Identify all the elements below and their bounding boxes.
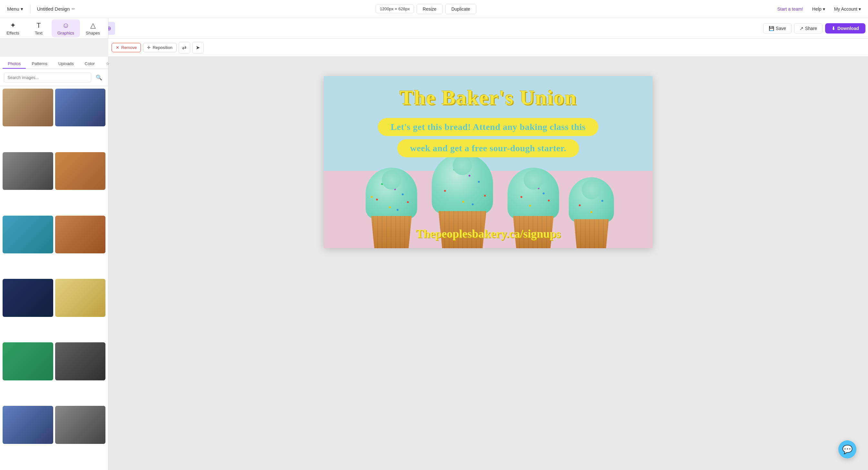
help-button[interactable]: Help ▾ bbox=[809, 4, 828, 13]
canvas-wrapper: The Baker's Union Let's get this bread! … bbox=[324, 76, 653, 248]
my-account-button[interactable]: My Account ▾ bbox=[831, 4, 864, 13]
dimensions-button[interactable]: 1200px × 628px bbox=[376, 4, 414, 13]
canvas-subtitle-box-1: Let's get this bread! Attend any baking … bbox=[378, 118, 599, 136]
tool-text[interactable]: T Text bbox=[26, 19, 52, 37]
share-icon: ↗ bbox=[800, 26, 804, 31]
design-title-button[interactable]: Untitled Design ✏ bbox=[34, 5, 78, 13]
chat-icon: 💬 bbox=[842, 444, 852, 455]
star-icon: ☆ bbox=[106, 61, 110, 66]
tab-patterns[interactable]: Patterns bbox=[26, 59, 52, 69]
canvas-subtitle-wrapper: Let's get this bread! Attend any baking … bbox=[324, 118, 653, 157]
share-label: Share bbox=[805, 26, 817, 31]
shapes-label: Shapes bbox=[86, 31, 100, 35]
menu-button[interactable]: Menu ▾ bbox=[4, 4, 26, 14]
canvas-url: Thepeoplesbakery.ca/signups bbox=[324, 227, 653, 241]
menu-chevron-icon: ▾ bbox=[21, 6, 23, 12]
canvas-subtitle-box-2: week and get a free sour-dough starter. bbox=[397, 139, 579, 157]
download-label: Download bbox=[837, 26, 859, 31]
dimensions-text: 1200px × 628px bbox=[380, 6, 410, 11]
menu-label: Menu bbox=[7, 6, 19, 11]
tab-star[interactable]: ☆ bbox=[101, 59, 115, 69]
list-item[interactable] bbox=[55, 89, 106, 126]
resize-button[interactable]: Resize bbox=[416, 4, 443, 14]
design-title-text: Untitled Design bbox=[37, 6, 70, 11]
chat-fab[interactable]: 💬 bbox=[838, 440, 857, 459]
save-icon: 💾 bbox=[769, 26, 774, 31]
download-icon: ⬇ bbox=[832, 26, 835, 31]
sprinkles-1 bbox=[366, 168, 417, 219]
list-item[interactable] bbox=[3, 279, 53, 317]
arrow-button[interactable]: ➤ bbox=[192, 42, 204, 54]
list-item[interactable] bbox=[55, 279, 106, 317]
my-account-label: My Account bbox=[834, 6, 857, 11]
list-item[interactable] bbox=[3, 89, 53, 126]
sidebar-tabs: Photos Patterns Uploads Color ☆ bbox=[0, 57, 108, 69]
remove-x-icon: ✕ bbox=[116, 45, 119, 50]
download-button[interactable]: ⬇ Download bbox=[825, 23, 865, 34]
search-icon: 🔍 bbox=[96, 74, 102, 81]
list-item[interactable] bbox=[3, 342, 53, 380]
tool-bar: ↩ ↪ ⧉ ⊟ ⊞ 🗑 ⊞ ⊕ 💾 Save ↗ Share ⬇ Downloa… bbox=[0, 18, 868, 39]
duplicate-button[interactable]: Duplicate bbox=[445, 4, 476, 14]
graphics-icon: ☺ bbox=[62, 21, 69, 30]
flip-button[interactable]: ⇄ bbox=[179, 42, 190, 54]
canvas-title: The Baker's Union bbox=[324, 86, 653, 109]
save-button[interactable]: 💾 Save bbox=[763, 23, 792, 34]
tool-effects[interactable]: ✦ Effects bbox=[0, 19, 26, 37]
tab-color[interactable]: Color bbox=[80, 59, 100, 69]
tab-photos[interactable]: Photos bbox=[3, 59, 26, 69]
search-input[interactable] bbox=[4, 72, 91, 83]
nav-divider-1 bbox=[30, 4, 31, 13]
sidebar-search-area: 🔍 bbox=[0, 69, 108, 86]
help-chevron-icon: ▾ bbox=[823, 6, 825, 11]
remove-label: Remove bbox=[121, 45, 137, 50]
action-bar: ✕ Remove ✛ Reposition ⇄ ➤ bbox=[108, 39, 868, 57]
list-item[interactable] bbox=[55, 342, 106, 380]
graphics-label: Graphics bbox=[57, 31, 74, 35]
save-label: Save bbox=[776, 26, 786, 31]
text-icon: T bbox=[36, 21, 41, 30]
edit-icon: ✏ bbox=[71, 6, 75, 11]
list-item[interactable] bbox=[3, 406, 53, 444]
list-item[interactable] bbox=[55, 406, 106, 444]
sidebar: Photos Patterns Uploads Color ☆ 🔍 bbox=[0, 57, 108, 470]
main-canvas-area: The Baker's Union Let's get this bread! … bbox=[108, 57, 868, 470]
toolbar-actions: ↩ ↪ ⧉ ⊟ ⊞ 🗑 ⊞ ⊕ bbox=[3, 22, 763, 35]
canvas-design[interactable]: The Baker's Union Let's get this bread! … bbox=[324, 76, 653, 248]
top-nav: Menu ▾ Untitled Design ✏ 1200px × 628px … bbox=[0, 0, 868, 18]
my-account-chevron-icon: ▾ bbox=[859, 6, 861, 11]
reposition-button[interactable]: ✛ Reposition bbox=[143, 43, 176, 52]
help-label: Help bbox=[812, 6, 822, 11]
nav-right: 💾 Save ↗ Share ⬇ Download bbox=[763, 23, 865, 34]
reposition-icon: ✛ bbox=[147, 45, 151, 50]
list-item[interactable] bbox=[3, 216, 53, 253]
text-label: Text bbox=[35, 31, 42, 35]
flip-icon: ⇄ bbox=[182, 44, 186, 51]
start-team-button[interactable]: Start a team! bbox=[774, 4, 806, 13]
list-item[interactable] bbox=[3, 152, 53, 190]
tab-uploads[interactable]: Uploads bbox=[53, 59, 79, 69]
tool-graphics[interactable]: ☺ Graphics bbox=[52, 19, 80, 37]
tool-items-row: ✦ Effects T Text ☺ Graphics △ Shapes bbox=[0, 18, 108, 39]
share-button[interactable]: ↗ Share bbox=[794, 23, 823, 34]
effects-label: Effects bbox=[6, 31, 19, 35]
search-button[interactable]: 🔍 bbox=[94, 72, 104, 83]
arrow-icon: ➤ bbox=[196, 44, 200, 51]
image-grid bbox=[0, 86, 108, 470]
reposition-label: Reposition bbox=[153, 45, 172, 50]
remove-button[interactable]: ✕ Remove bbox=[112, 43, 141, 52]
tool-shapes[interactable]: △ Shapes bbox=[80, 19, 106, 37]
shapes-icon: △ bbox=[90, 21, 96, 30]
list-item[interactable] bbox=[55, 152, 106, 190]
effects-icon: ✦ bbox=[10, 21, 16, 30]
list-item[interactable] bbox=[55, 216, 106, 253]
